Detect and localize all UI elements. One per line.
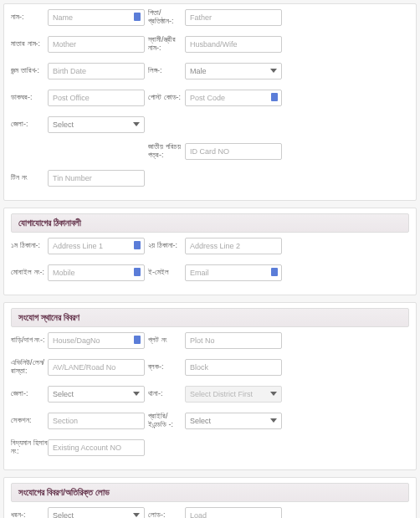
email-icon [270,267,279,277]
postoffice-input[interactable] [48,90,145,106]
location-header: সংযোগ স্থানের বিবরণ [11,308,409,327]
district-select[interactable]: Select [48,116,145,133]
personal-info-panel: নাম-: পিতা/প্রতিষ্ঠান-: মাতার নাম-: স্বা… [3,3,417,201]
label-existacc: বিদ্যমান হিসাব নং: [11,439,48,456]
mobile-icon [133,267,141,277]
label-load: লোড-: [148,511,185,518]
existacc-input[interactable] [48,439,145,456]
postcode-input[interactable] [185,90,282,106]
label-mother: মাতার নাম-: [11,40,48,49]
plot-input[interactable] [185,332,282,349]
mother-input[interactable] [48,36,145,53]
label-idcard: জাতীয় পরিচয় পত্র-: [148,143,185,160]
label-tin: টিন নং [11,174,48,182]
svg-rect-4 [271,268,278,276]
location-panel: সংযোগ স্থানের বিবরণ বাড়ি/দাগ নং-: প্লট … [3,302,417,470]
label-email: ই-মেইল [148,269,185,277]
label-addr1: ১ম ঠিকানা-: [11,242,48,250]
addr1-input[interactable] [48,238,145,254]
gender-select[interactable]: Male [185,63,282,79]
district2-select[interactable]: Select [48,386,145,403]
svg-rect-2 [134,241,141,249]
label-addr2: ২য় ঠিকানা-: [148,242,185,250]
mobile-input[interactable] [48,264,145,281]
type-select[interactable]: Select [48,507,145,518]
house-icon [133,335,141,345]
svg-rect-1 [271,93,278,101]
label-district2: জেলা-: [11,390,48,398]
label-supplyarea: প্রাইরি/ইএন্ডডি -: [148,413,185,429]
block-input[interactable] [185,359,282,376]
addr2-input[interactable] [185,238,282,254]
person-icon [133,12,141,22]
birthdate-input[interactable] [48,63,145,79]
postcode-icon [270,92,279,102]
section-input[interactable] [48,413,145,429]
label-section: সেকশন: [11,417,48,425]
svg-rect-3 [134,268,141,276]
label-spouse: স্বামী/স্ত্রীর নাম-: [148,36,185,53]
label-thana: থানা-: [148,390,185,398]
label-mobile: মোবাইল নং-: [11,269,48,277]
label-block: ব্লক-: [148,363,185,372]
spouse-input[interactable] [185,36,282,53]
label-avenue: এভিনিউ/লেন/রাস্তা: [11,359,48,376]
label-plot: প্লট নং [148,336,185,345]
thana-select: Select District First [185,386,282,403]
tin-input[interactable] [48,170,145,187]
label-type: ধরন-: [11,511,48,518]
name-input[interactable] [48,9,145,26]
addr-icon [133,240,141,250]
label-postoffice: ডাকঘর-: [11,94,48,102]
avenue-input[interactable] [48,359,145,376]
label-name: নাম-: [11,13,48,22]
contact-header: যোগাযোগের ঠিকানাবলী [11,213,409,233]
label-district: জেলা-: [11,121,48,129]
email-input[interactable] [185,264,282,281]
house-input[interactable] [48,332,145,349]
supplyarea-select[interactable]: Select [185,413,282,429]
label-gender: লিঙ্গ-: [148,67,185,75]
svg-rect-0 [134,13,141,21]
label-postcode: পোস্ট কোড-: [148,94,185,102]
label-birthdate: জন্ম তারিখ-: [11,67,48,75]
father-input[interactable] [185,9,282,26]
contact-panel: যোগাযোগের ঠিকানাবলী ১ম ঠিকানা-: ২য় ঠিকা… [3,208,417,295]
load-input[interactable] [185,507,282,518]
label-father: পিতা/প্রতিষ্ঠান-: [148,9,185,26]
connection-header: সংযোগের বিবরণ/অতিরিক্ত লোড [11,483,409,502]
label-house: বাড়ি/দাগ নং-: [11,336,48,345]
svg-rect-5 [134,336,141,344]
connection-panel: সংযোগের বিবরণ/অতিরিক্ত লোড ধরন-: Select … [3,477,417,518]
idcard-input[interactable] [185,143,282,160]
